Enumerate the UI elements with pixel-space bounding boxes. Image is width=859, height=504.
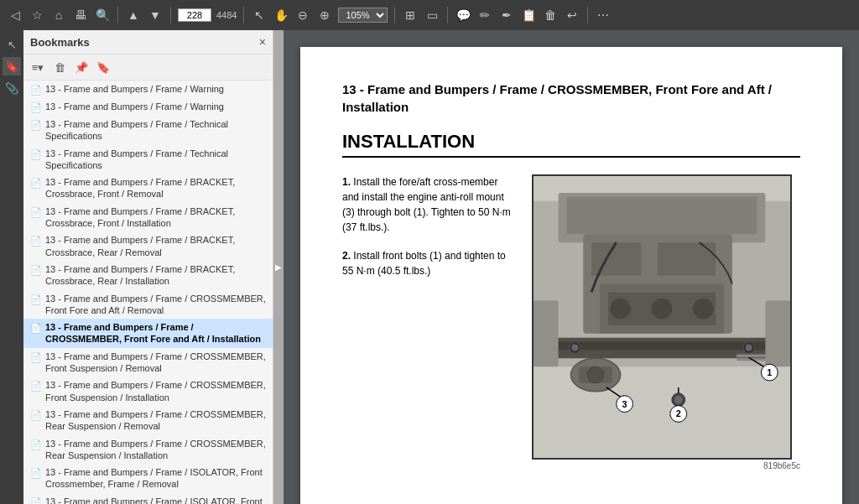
svg-text:1: 1	[767, 367, 772, 377]
toolbar: ◁ ☆ ⌂ 🖶 🔍 ▲ ▼ 4484 ↖ ✋ ⊖ ⊕ 105% 100% 75%…	[0, 0, 859, 30]
bookmark-item-3[interactable]: 📄13 - Frame and Bumpers / Frame / Techni…	[23, 116, 273, 145]
bookmarks-delete-button[interactable]: 🗑	[50, 58, 69, 76]
svg-point-20	[674, 396, 683, 404]
highlight-icon[interactable]: ✒	[498, 7, 515, 23]
bookmark-text-15: 13 - Frame and Bumpers / Frame / ISOLATO…	[45, 466, 269, 491]
star-icon[interactable]: ☆	[29, 7, 45, 23]
section-title: INSTALLATION	[342, 131, 800, 158]
bookmark-item-8[interactable]: 📄13 - Frame and Bumpers / Frame / BRACKE…	[23, 261, 273, 290]
bookmark-item-13[interactable]: 📄13 - Frame and Bumpers / Frame / CROSSM…	[23, 406, 273, 435]
image-caption: 819b6e5c	[532, 461, 800, 470]
pan-tool-icon[interactable]: ✋	[273, 7, 289, 23]
fit-page-icon[interactable]: ▭	[424, 7, 440, 23]
bookmark-item-6[interactable]: 📄13 - Frame and Bumpers / Frame / BRACKE…	[23, 203, 273, 232]
zoom-out-icon[interactable]: ⊖	[294, 7, 311, 23]
bookmark-text-8: 13 - Frame and Bumpers / Frame / BRACKET…	[45, 263, 269, 288]
technical-diagram: 3 2 1	[532, 174, 792, 460]
zoom-in-icon[interactable]: ⊕	[316, 7, 333, 23]
cursor-tool-icon[interactable]: ↖	[251, 7, 268, 23]
svg-point-34	[611, 299, 631, 319]
search-icon[interactable]: 🔍	[94, 7, 111, 23]
svg-point-15	[587, 366, 604, 383]
page-count: 4484	[216, 10, 237, 20]
bookmarks-add-button[interactable]: 📌	[72, 58, 91, 76]
bookmark-item-2[interactable]: 📄13 - Frame and Bumpers / Frame / Warnin…	[23, 98, 273, 116]
bookmark-item-16[interactable]: 📄13 - Frame and Bumpers / Frame / ISOLAT…	[23, 493, 273, 504]
bookmarks-tag-button[interactable]: 🔖	[94, 58, 112, 76]
bookmark-icon-16: 📄	[30, 496, 42, 504]
step-1-num: 1.	[342, 176, 351, 188]
svg-point-35	[652, 299, 672, 319]
bookmark-item-12[interactable]: 📄13 - Frame and Bumpers / Frame / CROSSM…	[23, 377, 273, 406]
page-title: 13 - Frame and Bumpers / Frame / CROSSME…	[342, 81, 800, 116]
bookmarks-close-button[interactable]: ×	[259, 35, 266, 49]
bookmark-text-16: 13 - Frame and Bumpers / Frame / ISOLATO…	[45, 496, 269, 504]
bookmark-icon-10: 📄	[30, 322, 42, 334]
doc-text-column: 1. Install the fore/aft cross-member and…	[342, 174, 515, 470]
zoom-select[interactable]: 105% 100% 75%	[338, 8, 388, 23]
page-number-input[interactable]	[178, 8, 211, 22]
bookmark-text-1: 13 - Frame and Bumpers / Frame / Warning	[45, 83, 269, 95]
undo-icon[interactable]: ↩	[564, 7, 580, 23]
step-2-text: Install front bolts (1) and tighten to 5…	[342, 250, 506, 277]
bookmark-text-3: 13 - Frame and Bumpers / Frame / Technic…	[45, 118, 269, 143]
bookmark-item-10[interactable]: 📄13 - Frame and Bumpers / Frame / CROSSM…	[23, 319, 273, 348]
step-2-num: 2.	[342, 250, 351, 262]
step-2: 2. Install front bolts (1) and tighten t…	[342, 248, 515, 278]
pencil-icon[interactable]: ✏	[476, 7, 493, 23]
side-cursor-icon[interactable]: ↖	[3, 35, 21, 54]
bookmark-text-7: 13 - Frame and Bumpers / Frame / BRACKET…	[45, 234, 269, 258]
bookmark-text-14: 13 - Frame and Bumpers / Frame / CROSSME…	[45, 438, 269, 462]
bookmarks-menu-button[interactable]: ≡▾	[29, 58, 47, 76]
side-attach-icon[interactable]: 📎	[3, 79, 21, 97]
separator-1	[117, 7, 118, 23]
home-icon[interactable]: ⌂	[50, 7, 67, 23]
separator-2	[170, 7, 171, 23]
bookmark-icon-3: 📄	[30, 119, 42, 131]
side-bookmark-icon[interactable]: 🔖	[3, 57, 21, 75]
bookmark-text-9: 13 - Frame and Bumpers / Frame / CROSSME…	[45, 293, 269, 317]
bookmark-item-11[interactable]: 📄13 - Frame and Bumpers / Frame / CROSSM…	[23, 348, 273, 377]
bookmarks-toolbar: ≡▾ 🗑 📌 🔖	[23, 55, 273, 81]
bookmark-item-14[interactable]: 📄13 - Frame and Bumpers / Frame / CROSSM…	[23, 435, 273, 465]
bookmark-text-11: 13 - Frame and Bumpers / Frame / CROSSME…	[45, 351, 269, 375]
step-1: 1. Install the fore/aft cross-member and…	[342, 174, 515, 235]
separator-4	[394, 7, 395, 23]
svg-text:2: 2	[676, 408, 681, 418]
bookmark-item-9[interactable]: 📄13 - Frame and Bumpers / Frame / CROSSM…	[23, 290, 273, 320]
bookmark-icon-2: 📄	[30, 101, 42, 113]
bookmark-icon-14: 📄	[30, 439, 42, 450]
separator-6	[587, 7, 588, 23]
bookmark-item-5[interactable]: 📄13 - Frame and Bumpers / Frame / BRACKE…	[23, 174, 273, 203]
doc-image-column: 3 2 1	[532, 174, 800, 470]
bookmark-item-15[interactable]: 📄13 - Frame and Bumpers / Frame / ISOLAT…	[23, 464, 273, 493]
bookmark-icon-15: 📄	[30, 467, 42, 479]
bookmark-text-5: 13 - Frame and Bumpers / Frame / BRACKET…	[45, 176, 269, 200]
bookmark-icon-5: 📄	[30, 177, 42, 189]
bookmark-icon-6: 📄	[30, 206, 42, 218]
bookmark-item-7[interactable]: 📄13 - Frame and Bumpers / Frame / BRACKE…	[23, 231, 273, 261]
bookmark-text-6: 13 - Frame and Bumpers / Frame / BRACKET…	[45, 205, 269, 230]
fit-width-icon[interactable]: ⊞	[402, 7, 419, 23]
svg-rect-22	[765, 300, 790, 366]
separator-3	[243, 7, 244, 23]
stamp-icon[interactable]: 📋	[520, 7, 537, 23]
more-tools-icon[interactable]: ⋯	[595, 7, 612, 23]
bookmark-text-4: 13 - Frame and Bumpers / Frame / Technic…	[45, 148, 269, 172]
next-page-icon[interactable]: ▼	[147, 7, 164, 23]
panel-collapse-button[interactable]: ▶	[273, 30, 284, 504]
side-icons-panel: ↖ 🔖 📎	[0, 30, 23, 504]
document-page: 13 - Frame and Bumpers / Frame / CROSSME…	[300, 47, 842, 504]
print-icon[interactable]: 🖶	[72, 7, 89, 23]
delete-icon[interactable]: 🗑	[542, 7, 559, 23]
prev-page-icon[interactable]: ▲	[125, 7, 142, 23]
svg-point-12	[746, 345, 752, 351]
doc-content: 1. Install the fore/aft cross-member and…	[342, 174, 800, 470]
bookmark-item-1[interactable]: 📄13 - Frame and Bumpers / Frame / Warnin…	[23, 81, 273, 98]
back-nav-icon[interactable]: ◁	[7, 7, 23, 23]
comment-icon[interactable]: 💬	[455, 7, 471, 23]
bookmark-item-4[interactable]: 📄13 - Frame and Bumpers / Frame / Techni…	[23, 145, 273, 174]
bookmark-icon-7: 📄	[30, 235, 42, 247]
bookmarks-title: Bookmarks	[30, 36, 90, 49]
svg-text:3: 3	[622, 399, 627, 409]
